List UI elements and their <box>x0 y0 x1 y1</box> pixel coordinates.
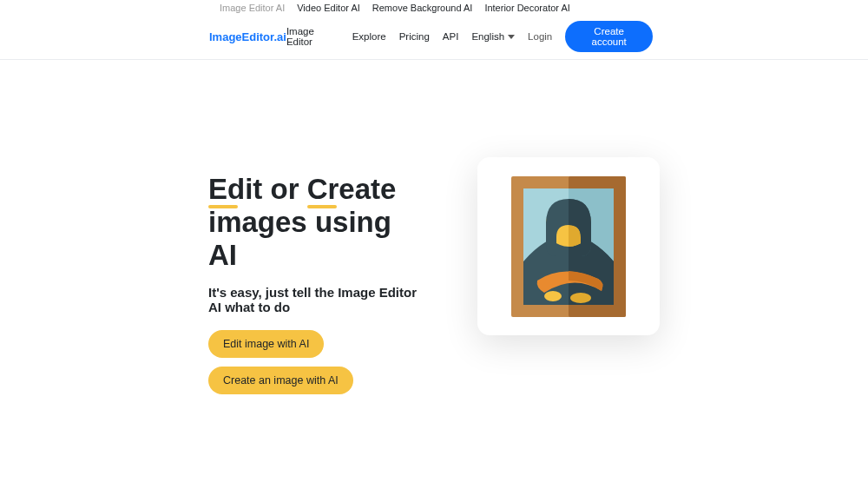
hero-title-mid: or <box>262 173 306 205</box>
painting-icon <box>511 176 626 317</box>
hero-section: Edit or Create images using AI It's easy… <box>0 60 868 394</box>
top-nav-video-editor-ai[interactable]: Video Editor AI <box>297 3 360 13</box>
create-image-button[interactable]: Create an image with AI <box>208 367 353 394</box>
nav-pricing[interactable]: Pricing <box>399 31 430 42</box>
hero-title-create-text: Create <box>307 173 397 205</box>
hero-title-word-edit: Edit <box>208 173 262 206</box>
svg-point-6 <box>570 293 591 303</box>
hero-card <box>477 157 660 335</box>
main-header: ImageEditor.ai Image Editor Explore Pric… <box>0 16 868 60</box>
hero-subtitle: It's easy, just tell the Image Editor AI… <box>208 285 425 314</box>
nav-image-editor[interactable]: Image Editor <box>286 26 339 47</box>
nav-explore[interactable]: Explore <box>352 31 386 42</box>
hero-left: Edit or Create images using AI It's easy… <box>208 166 425 394</box>
edit-image-button[interactable]: Edit image with AI <box>208 330 324 358</box>
hero-title: Edit or Create images using AI <box>208 173 425 272</box>
chevron-down-icon <box>508 35 515 39</box>
underline-accent-icon <box>208 205 238 208</box>
cta-buttons: Edit image with AI Create an image with … <box>208 330 425 394</box>
top-nav-image-editor-ai[interactable]: Image Editor AI <box>220 3 285 13</box>
language-dropdown[interactable]: English <box>471 31 515 42</box>
login-link[interactable]: Login <box>528 31 552 42</box>
hero-title-word-create: Create <box>307 173 397 206</box>
underline-accent-icon <box>307 205 337 208</box>
top-nav-interior-decorator-ai[interactable]: Interior Decorator AI <box>484 3 569 13</box>
hero-title-line2: images using AI <box>208 206 391 271</box>
nav-api[interactable]: API <box>443 31 459 42</box>
top-nav-remove-background-ai[interactable]: Remove Background AI <box>372 3 473 13</box>
svg-point-5 <box>544 291 562 301</box>
hero-title-edit-text: Edit <box>208 173 262 205</box>
language-label: English <box>471 31 504 42</box>
top-nav: Image Editor AI Video Editor AI Remove B… <box>0 0 868 16</box>
nav-right: Image Editor Explore Pricing API English… <box>286 21 653 52</box>
logo[interactable]: ImageEditor.ai <box>209 30 286 43</box>
create-account-button[interactable]: Create account <box>565 21 653 52</box>
